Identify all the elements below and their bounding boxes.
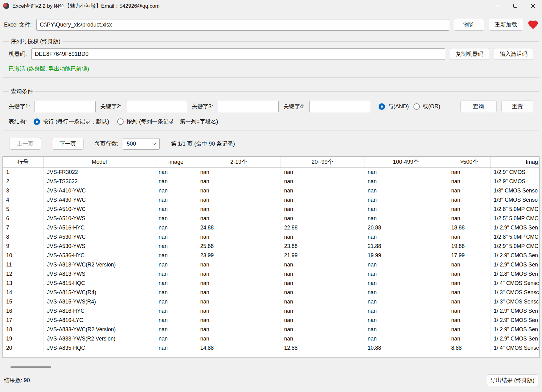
keyword1-input[interactable] (35, 101, 96, 112)
horizontal-scrollbar-thumb[interactable] (10, 366, 51, 368)
table-cell: 17.99 (448, 251, 490, 260)
column-header[interactable]: Imag (490, 157, 540, 167)
table-row[interactable]: 7JVS-A516-HYCnan24.8822.8820.8818.881/ 2… (3, 223, 540, 232)
next-page-button[interactable]: 下一页 (52, 138, 84, 150)
table-row[interactable]: 16JVS-A816-HYCnannannannannan1/ 2.9" CMO… (3, 306, 540, 316)
table-cell: 25.88 (197, 241, 281, 251)
structure-by-column-radio[interactable]: 按列 (每列一条记录：第一列=字段名) (117, 118, 218, 125)
table-cell: nan (448, 167, 490, 177)
table-row[interactable]: 6JVS-A510-YWSnannannannannan1/2.5" 5.0MP… (3, 214, 540, 223)
column-header[interactable]: image (155, 157, 197, 167)
table-cell: nan (155, 223, 197, 232)
table-cell: nan (281, 325, 364, 334)
table-row[interactable]: 11JVS-A813-YWC(R2 Version)nannannannanna… (3, 260, 540, 269)
structure-by-row-radio[interactable]: 按行 (每行一条记录，默认) (34, 118, 109, 125)
table-cell: nan (155, 316, 197, 325)
prev-page-button[interactable]: 上一页 (10, 138, 41, 150)
table-cell: 9 (3, 241, 43, 251)
table-row[interactable]: 17JVS-A816-LYCnannannannannan1/ 2.9" CMO… (3, 316, 540, 325)
column-header[interactable]: 行号 (3, 157, 43, 167)
table-row[interactable]: 13JVS-A815-HQCnannannannannan1/ 4" CMOS … (3, 279, 540, 288)
query-button[interactable]: 查询 (460, 101, 497, 112)
column-header[interactable]: 2-19个 (197, 157, 281, 167)
column-header[interactable]: 20--99个 (281, 157, 364, 167)
table-cell: nan (155, 251, 197, 260)
column-header[interactable]: 100-499个 (364, 157, 448, 167)
table-cell: 1/ 2.9" CMOS Sen (490, 223, 540, 232)
structure-by-row-label: 按行 (每行一条记录，默认) (43, 118, 109, 125)
table-row[interactable]: 2JVS-TS3622nannannannannan1/2.9" CMOS (3, 177, 540, 186)
table-cell: nan (155, 167, 197, 177)
table-cell: nan (364, 167, 448, 177)
table-row[interactable]: 5JVS-A510-YWCnannannannannan1/2.8" 5.0MP… (3, 204, 540, 214)
table-row[interactable]: 12JVS-A813-YWSnannannannannan1/ 2.8" CMO… (3, 269, 540, 279)
browse-button[interactable]: 浏览 (454, 19, 484, 31)
minimize-icon (495, 6, 499, 6)
table-cell: 19.88 (448, 241, 490, 251)
table-row[interactable]: 18JVS-A833-YWC(R2 Version)nannannannanna… (3, 325, 540, 334)
rows-per-page-label: 每页行数: (95, 140, 118, 147)
column-header[interactable]: >500个 (448, 157, 490, 167)
table-cell: nan (448, 297, 490, 306)
table-row[interactable]: 19JVS-A833-YWS(R2 Version)nannannannanna… (3, 334, 540, 343)
table-cell: 1/ 4" CMOS Sensc (490, 279, 540, 288)
table-cell: nan (155, 297, 197, 306)
table-cell: nan (281, 297, 364, 306)
keyword4-input[interactable] (309, 101, 370, 112)
table-cell: nan (155, 260, 197, 269)
table-cell: 21.88 (364, 241, 448, 251)
logic-or-radio[interactable]: 或(OR) (413, 103, 440, 110)
enter-activation-code-button[interactable]: 输入激活码 (494, 48, 533, 60)
table-cell: 1/ 2.9" CMOS Sen (490, 316, 540, 325)
keyword2-label: 关键字2: (100, 103, 121, 110)
table-row[interactable]: 1JVS-FR3022nannannannannan1/2.9" CMOS (3, 167, 540, 177)
table-cell: nan (448, 316, 490, 325)
excel-file-input[interactable] (36, 19, 449, 31)
machine-code-input[interactable] (31, 48, 445, 60)
table-cell: nan (197, 204, 281, 214)
table-cell: nan (364, 177, 448, 186)
table-row[interactable]: 10JVS-A536-HYCnan23.9921.9919.9917.991/ … (3, 251, 540, 260)
table-cell: 18.88 (448, 223, 490, 232)
close-button[interactable] (524, 0, 542, 12)
table-cell: JVS-A816-HYC (43, 306, 155, 316)
logic-and-radio[interactable]: 与(AND) (379, 103, 409, 110)
horizontal-scrollbar[interactable] (4, 366, 538, 368)
table-row[interactable]: 9JVS-A530-YWSnan25.8823.8821.8819.881/2.… (3, 241, 540, 251)
minimize-button[interactable] (488, 0, 506, 12)
table-cell: 1/2.5" 5.0MP CMC (490, 214, 540, 223)
maximize-button[interactable] (506, 0, 524, 12)
table-cell: nan (155, 288, 197, 297)
column-header[interactable]: Model (43, 157, 155, 167)
radio-icon (34, 118, 40, 125)
table-row[interactable]: 20JVS-A835-HQCnan14.8812.8810.888.881/ 4… (3, 343, 540, 353)
table-row[interactable]: 14JVS-A815-YWC(R4)nannannannannan1/ 3" C… (3, 288, 540, 297)
table-row[interactable]: 8JVS-A530-YWCnannannannannan1/2.8" 5.0MP… (3, 232, 540, 241)
reload-button[interactable]: 重新加载 (489, 19, 523, 31)
rows-per-page-group: 每页行数: 500 (95, 138, 160, 150)
table-cell: nan (281, 232, 364, 241)
table-cell: 24.88 (197, 223, 281, 232)
heart-icon[interactable] (528, 21, 538, 30)
table-row[interactable]: 4JVS-A430-YWCnannannannannan1/3" CMOS Se… (3, 195, 540, 204)
license-group: 序列号授权 (终身版) 机器码: 复制机器码 输入激活码 已激活 (终身版: 导… (3, 38, 539, 78)
table-cell: nan (448, 214, 490, 223)
keyword3-input[interactable] (218, 101, 279, 112)
table-cell: 1/ 4" CMOS Sensc (490, 343, 540, 353)
reset-button[interactable]: 重置 (501, 101, 533, 112)
table-cell: nan (197, 186, 281, 195)
table-cell: nan (448, 288, 490, 297)
table-cell: 6 (3, 214, 43, 223)
keyword2-input[interactable] (126, 101, 187, 112)
copy-machine-code-button[interactable]: 复制机器码 (450, 48, 489, 60)
table-row[interactable]: 15JVS-A815-YWS(R4)nannannannannan1/ 3" C… (3, 297, 540, 306)
table-cell: JVS-A510-YWC (43, 204, 155, 214)
table-cell: nan (155, 306, 197, 316)
export-button[interactable]: 导出结果 (终身版) (487, 374, 538, 386)
rows-per-page-select[interactable]: 500 (123, 138, 160, 150)
table-cell: nan (448, 177, 490, 186)
table-row[interactable]: 3JVS-A410-YWCnannannannannan1/3" CMOS Se… (3, 186, 540, 195)
table-cell: 13 (3, 279, 43, 288)
table-cell: nan (448, 204, 490, 214)
table-cell: nan (155, 186, 197, 195)
